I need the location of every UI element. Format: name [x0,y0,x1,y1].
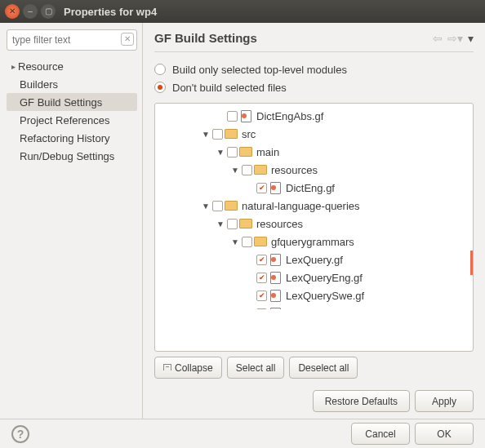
tree-label: LexQuerySwe.gf [286,290,364,302]
tree-checkbox[interactable] [212,129,223,140]
tree-row[interactable]: ▶DictEng.gf [155,179,473,197]
tree-label: resources [271,164,318,176]
file-icon [269,308,282,309]
tree-label: DictEng.gf [286,182,335,194]
file-icon [239,110,252,122]
file-icon [269,290,282,301]
filter-input[interactable] [7,29,137,51]
clear-filter-icon[interactable]: ✕ [121,33,134,46]
tree-arrow-spacer: ▶ [245,184,255,193]
folder-icon [225,128,238,140]
window-maximize-button[interactable]: ▢ [41,4,56,19]
tree-checkbox[interactable] [256,273,267,283]
nav-item-run-debug-settings[interactable]: Run/Debug Settings [7,147,137,165]
tree-label: src [242,128,256,140]
nav-forward-icon[interactable]: ⇨▾ [447,32,463,45]
tree-row[interactable]: ▼main [155,143,473,161]
ok-button[interactable]: OK [415,423,474,445]
tree-checkbox[interactable] [227,111,238,122]
tree-row[interactable]: ▼resources [155,215,473,233]
tree-checkbox[interactable] [242,165,252,175]
tree-checkbox[interactable] [256,291,267,301]
nav-item-label: Run/Debug Settings [20,150,114,162]
tree-row[interactable]: ▶Query.gf [155,304,473,309]
tree-row[interactable]: ▼natural-language-queries [155,197,473,215]
nav-item-label: GF Build Settings [20,96,102,109]
tree-label: main [256,146,279,158]
tree-row[interactable]: ▶LexQuerySwe.gf [155,286,473,304]
nav-item-refactoring-history[interactable]: Refactoring History [7,129,137,147]
nav-item-project-references[interactable]: Project References [7,111,137,129]
tree-row[interactable]: ▼gfquerygrammars [155,233,473,251]
tree-arrow-spacer: ▶ [245,255,255,264]
apply-button[interactable]: Apply [415,390,474,412]
help-icon[interactable]: ? [11,425,29,443]
select-all-button[interactable]: Select all [227,357,285,379]
file-icon [269,182,282,193]
tree-checkbox[interactable] [212,201,223,211]
tree-arrow-icon[interactable]: ▼ [201,202,211,211]
folder-icon [254,236,267,247]
tree-checkbox[interactable] [256,255,267,265]
tree-checkbox[interactable] [256,183,267,193]
tree-arrow-icon[interactable]: ▼ [230,166,240,175]
tree-label: LexQueryEng.gf [286,272,363,284]
tree-row[interactable]: ▼resources [155,161,473,179]
tree-label: natural-language-queries [242,200,360,212]
radio-dont-build-label: Don't build selected files [172,82,287,94]
tree-arrow-spacer: ▶ [216,112,225,121]
nav-item-label: Builders [20,78,58,91]
tree-label: gfquerygrammars [271,236,354,248]
tree-row[interactable]: ▶LexQuery.gf [155,251,473,268]
tree-row[interactable]: ▶DictEngAbs.gf [155,107,473,125]
nav-item-label: Resource [18,60,64,73]
collapse-button[interactable]: Collapse [154,357,222,379]
nav-item-label: Refactoring History [20,132,110,144]
restore-defaults-button[interactable]: Restore Defaults [313,390,410,412]
nav-menu-icon[interactable]: ▾ [468,32,474,45]
tree-label: resources [256,218,303,230]
tree-checkbox[interactable] [242,237,252,247]
tree-arrow-icon[interactable]: ▼ [201,130,211,139]
collapse-icon [163,364,171,370]
nav-item-builders[interactable]: Builders [7,75,137,93]
radio-dont-build[interactable] [154,82,166,93]
tree-checkbox[interactable] [227,147,238,157]
tree-row[interactable]: ▶LexQueryEng.gf [155,268,473,286]
tree-label: DictEngAbs.gf [256,110,323,122]
nav-item-gf-build-settings[interactable]: GF Build Settings [7,93,137,111]
tree-label: LexQuery.gf [286,254,343,266]
tree-arrow-icon[interactable]: ▼ [216,220,225,228]
deselect-all-button[interactable]: Deselect all [289,357,358,379]
expand-arrow-icon[interactable]: ▸ [8,62,18,71]
radio-build-selected[interactable] [154,64,166,75]
file-icon [269,272,282,283]
tree-arrow-icon[interactable]: ▼ [230,237,240,246]
scrollbar-indicator[interactable] [470,251,473,275]
tree-row[interactable]: ▼src [155,125,473,143]
tree-checkbox[interactable] [227,219,238,229]
folder-icon [254,164,267,175]
tree-arrow-spacer: ▶ [245,309,255,310]
tree-label: Query.gf [286,308,326,310]
tree-arrow-icon[interactable]: ▼ [216,148,225,157]
tree-arrow-spacer: ▶ [245,273,255,282]
folder-icon [239,218,252,229]
window-title: Properties for wp4 [64,6,157,18]
folder-icon [239,146,252,157]
nav-item-resource[interactable]: ▸Resource [7,57,137,75]
radio-build-selected-label: Build only selected top-level modules [172,64,347,76]
window-minimize-button[interactable]: – [23,4,38,19]
tree-arrow-spacer: ▶ [245,291,255,300]
file-icon [269,254,282,265]
nav-back-icon[interactable]: ⇦ [433,32,443,45]
page-title: GF Build Settings [154,31,257,45]
window-close-button[interactable]: ✕ [5,4,20,19]
nav-item-label: Project References [20,114,110,126]
cancel-button[interactable]: Cancel [351,423,410,445]
tree-checkbox[interactable] [256,308,267,310]
folder-icon [225,200,238,211]
